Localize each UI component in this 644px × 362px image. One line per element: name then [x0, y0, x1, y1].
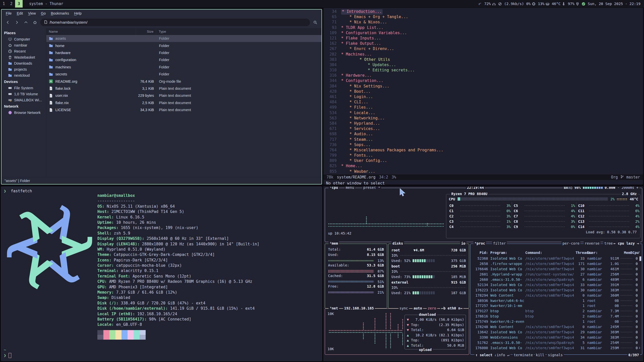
process-row[interactable]: 178248Web Content/nix/store/sm8fmrf3wps4…	[472, 324, 638, 330]
process-row[interactable]: 179127btopbtop2nambiar7.3M0.0	[472, 308, 638, 314]
file-row-user-nix[interactable]: user.nix229 bytesPlain text document	[46, 92, 321, 99]
column-header-size[interactable]: Size	[136, 28, 156, 35]
file-row-assets[interactable]: assetsFolder	[46, 35, 321, 42]
file-row-configuration[interactable]: configurationFolder	[46, 56, 321, 63]
process-row[interactable]: 52134Isolated Web Co/nix/store/sm8fmrf3w…	[472, 282, 638, 287]
process-row[interactable]: 2601.Hyprland-wrapp/run/current-system/s…	[472, 272, 638, 277]
back-button[interactable]	[4, 19, 12, 26]
proc-scrollbar[interactable]	[639, 256, 641, 261]
tray-item-4[interactable]: 0%	[526, 2, 536, 6]
proc-sort-selector[interactable]: ← cpu lazy →	[613, 241, 640, 245]
menu-help[interactable]: Help	[72, 11, 84, 16]
tray-item-8[interactable]	[582, 2, 585, 6]
sidebar-item-downloads[interactable]: Downloads	[2, 60, 46, 66]
btop-preset-button[interactable]: preset *	[362, 187, 381, 190]
menu-bookmarks[interactable]: Bookmarks	[49, 11, 71, 16]
process-row[interactable]: 2660.emacs-31.0.50-/nix/store/wnqz5pa8ra…	[472, 277, 638, 282]
process-row[interactable]: 176000Isolated Web Co/nix/store/sm8fmrf3…	[472, 345, 638, 350]
sidebar-item-1-0-tb-volume[interactable]: 1,0 TB Volume	[2, 91, 46, 97]
search-button[interactable]	[311, 19, 319, 26]
tray-item-2[interactable]	[498, 2, 502, 6]
process-row[interactable]: 176646Isolated Web Co/nix/store/sm8fmrf3…	[472, 266, 638, 272]
process-row[interactable]: 52368Isolated Web Co/nix/store/sm8fmrf3w…	[472, 256, 638, 261]
system-tray[interactable]: zz72%(2.9kb/s)0%13%46°C97%Sun, 28 Sep 20…	[478, 2, 644, 6]
sidebar-item-file-system[interactable]: File System	[2, 85, 46, 91]
tray-item-1[interactable]: 72%	[484, 2, 496, 6]
file-row-machines[interactable]: machinesFolder	[46, 64, 321, 71]
proc-reverse-toggle[interactable]: reverse	[584, 241, 600, 245]
proc-header-5[interactable]: MemB	[605, 251, 632, 255]
menu-go[interactable]: Go	[39, 11, 48, 16]
process-row[interactable]: 176223Isolated Web Co/nix/store/sm8fmrf3…	[472, 287, 638, 293]
tray-item-6[interactable]: 46°C	[552, 2, 566, 6]
proc-action-info[interactable]: info ↵	[496, 353, 510, 357]
proc-filter-button[interactable]: filter	[492, 241, 507, 245]
sidebar-item-computer[interactable]: Computer	[2, 36, 46, 42]
menu-view[interactable]: View	[26, 11, 38, 16]
file-row-flake-lock[interactable]: flake.lock3,1 KiBPlain text document	[46, 85, 321, 92]
proc-header-4[interactable]: User:	[585, 251, 605, 255]
menu-file[interactable]: File	[4, 11, 14, 16]
file-row-hardware[interactable]: hardwareFolder	[46, 49, 321, 56]
proc-header-0[interactable]: Pid:	[472, 251, 488, 255]
column-header-name[interactable]: Name	[46, 28, 136, 35]
sidebar-item-recent[interactable]: Recent	[2, 48, 46, 54]
net-zero-toggle[interactable]: zero	[427, 306, 437, 310]
proc-per-core-toggle[interactable]: per-core	[561, 241, 580, 245]
net-interface-switch[interactable]: ←b eth0 n→	[440, 306, 463, 310]
sidebar-item-smallbox-wi-[interactable]: SMALLBOX Wi...	[2, 97, 46, 103]
proc-header-1[interactable]: Program:	[488, 251, 525, 255]
home-button[interactable]	[31, 19, 39, 26]
column-header-type[interactable]: Type	[156, 28, 321, 35]
process-row[interactable]: 3390WebExtensions/nix/store/sm8fmrf3wps4…	[472, 335, 638, 340]
file-row-home[interactable]: homeFolder	[46, 42, 321, 49]
proc-header-6[interactable]: Cpu% ↑	[632, 251, 639, 255]
emacs-window[interactable]: 34* Introduction...65* Emacs + Org + Tan…	[324, 8, 643, 185]
tray-item-7[interactable]: 97%	[568, 2, 579, 6]
list-header[interactable]: NameSizeType	[46, 28, 321, 35]
proc-header-3[interactable]: Threads:	[576, 251, 585, 255]
btop-menu-button[interactable]: menu	[345, 187, 355, 190]
proc-action-select[interactable]: ↑ select ↓	[474, 353, 498, 357]
file-row-flake-nix[interactable]: flake.nix2,5 KiBPlain text document	[46, 99, 321, 106]
disks-io-toggle[interactable]: io	[460, 241, 466, 245]
tray-item-9[interactable]: Sun, 28 Sep 2025 - 22:19	[588, 2, 640, 6]
file-row-license[interactable]: LICENSE34,3 KiBPlain text document	[46, 106, 321, 113]
workspace-2[interactable]: 2	[8, 0, 15, 8]
net-sync-toggle[interactable]: sync	[398, 306, 409, 310]
proc-action-signals[interactable]: signals	[547, 353, 564, 357]
menu-edit[interactable]: Edit	[14, 11, 25, 16]
sidebar-item-browse-network[interactable]: Browse Network	[2, 110, 46, 116]
workspace-switcher[interactable]: 123	[0, 0, 23, 8]
proc-tree-toggle[interactable]: tree	[603, 241, 614, 245]
terminal-window[interactable]: ❯ fastfetchλλλλλλnambiar@smallbox-------…	[1, 187, 322, 361]
sidebar-item-wastebasket[interactable]: Wastebasket	[2, 54, 46, 60]
net-auto-toggle[interactable]: auto	[413, 306, 423, 310]
sidebar-item-projects[interactable]: projects	[2, 66, 46, 72]
workspace-3[interactable]: 3	[15, 0, 23, 8]
up-button[interactable]	[22, 19, 30, 26]
file-row-secrets[interactable]: secretsFolder	[46, 71, 321, 78]
process-row[interactable]: 178616btopbtop2nambiar7.4M0.0	[472, 314, 638, 319]
process-row[interactable]: 177257kworker/10:1-mm_1root0B0.0	[472, 303, 638, 308]
path-bar[interactable]: /home/nambiar/system/	[40, 19, 310, 26]
tray-item-5[interactable]: 13%	[538, 2, 549, 6]
refresh-interval[interactable]: - 2000ms +	[617, 187, 638, 190]
forward-button[interactable]	[13, 19, 21, 26]
process-row[interactable]: 51762.emacs-31.0.50-/nix/store/wnqz5pa8r…	[472, 340, 638, 345]
workspace-1[interactable]: 1	[0, 0, 8, 8]
process-row[interactable]: 2658.firefox-wrappe/nix/store/sm8fmrf3wp…	[472, 261, 638, 266]
file-row-readme-org[interactable]: README.org76,4 KiBOrg-mode file	[46, 78, 321, 85]
tray-item-0[interactable]: zz	[478, 2, 482, 6]
process-row[interactable]: 38936kworker/u64:6-kc1root0B0.0	[472, 298, 638, 303]
process-row[interactable]: 175749kworker/6:2-even1root0B0.0	[472, 319, 638, 324]
proc-action-kill[interactable]: kill	[535, 353, 545, 357]
process-row[interactable]: 13642Isolated Web Co/nix/store/sm8fmrf3w…	[472, 329, 638, 335]
btop-window[interactable]: ¹cpumenupreset *22:19:44BAT○ 98%0.00W- 2…	[324, 187, 643, 361]
shell-prompt[interactable]: ❯	[4, 353, 11, 358]
sidebar-item-nextcloud[interactable]: nextcloud	[2, 72, 46, 78]
sidebar-item-nambiar[interactable]: nambiar	[2, 42, 46, 48]
process-row[interactable]: 178294Web Content/nix/store/sm8fmrf3wps4…	[472, 293, 638, 298]
proc-action-terminate[interactable]: terminate	[513, 353, 534, 357]
proc-header-2[interactable]: Command:	[525, 251, 576, 255]
